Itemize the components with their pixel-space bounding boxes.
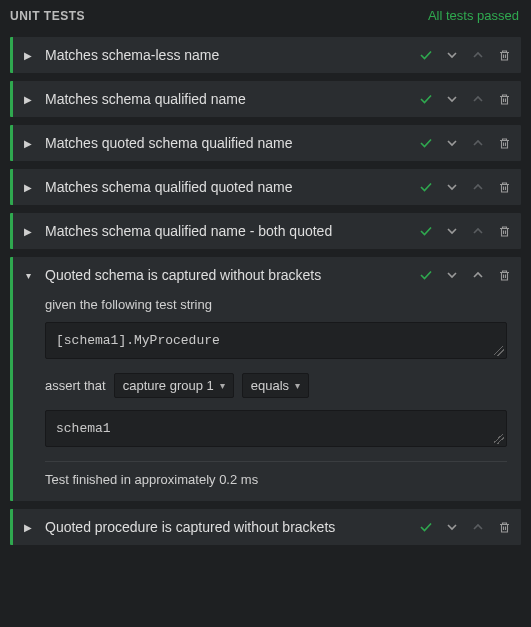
tests-list: ▶ Matches schema-less name ▶ Matches sch… — [0, 31, 531, 545]
check-icon — [419, 92, 433, 106]
test-body: given the following test string [schema1… — [13, 297, 521, 501]
test-row: ▶ Matches quoted schema qualified name — [10, 125, 521, 161]
divider — [45, 461, 507, 462]
triangle-right-icon: ▶ — [21, 226, 35, 237]
triangle-down-icon: ▾ — [21, 270, 35, 281]
test-actions — [419, 180, 511, 194]
test-row: ▶ Matches schema qualified name - both q… — [10, 213, 521, 249]
test-header[interactable]: ▶ Quoted procedure is captured without b… — [13, 509, 521, 545]
test-title: Quoted schema is captured without bracke… — [45, 267, 419, 283]
test-header[interactable]: ▶ Matches schema-less name — [13, 37, 521, 73]
test-actions — [419, 136, 511, 150]
test-header[interactable]: ▶ Matches schema qualified name — [13, 81, 521, 117]
assert-row: assert that capture group 1 ▾ equals ▾ — [45, 373, 507, 398]
chevron-down-icon[interactable] — [445, 92, 459, 106]
panel-header: UNIT TESTS All tests passed — [0, 0, 531, 31]
triangle-right-icon: ▶ — [21, 522, 35, 533]
test-header[interactable]: ▶ Matches schema qualified quoted name — [13, 169, 521, 205]
test-title: Matches schema qualified name — [45, 91, 419, 107]
chevron-up-icon[interactable] — [471, 180, 485, 194]
assert-subject-label: capture group 1 — [123, 378, 214, 393]
test-finished-text: Test finished in approximately 0.2 ms — [45, 472, 507, 489]
triangle-right-icon: ▶ — [21, 94, 35, 105]
check-icon — [419, 224, 433, 238]
trash-icon[interactable] — [497, 92, 511, 106]
chevron-down-icon: ▾ — [295, 380, 300, 391]
test-actions — [419, 92, 511, 106]
trash-icon[interactable] — [497, 180, 511, 194]
assert-operator-label: equals — [251, 378, 289, 393]
test-actions — [419, 520, 511, 534]
chevron-down-icon[interactable] — [445, 180, 459, 194]
assert-operator-selector[interactable]: equals ▾ — [242, 373, 309, 398]
test-row: ▶ Quoted procedure is captured without b… — [10, 509, 521, 545]
assert-subject-selector[interactable]: capture group 1 ▾ — [114, 373, 234, 398]
check-icon — [419, 48, 433, 62]
triangle-right-icon: ▶ — [21, 138, 35, 149]
test-row: ▶ Matches schema-less name — [10, 37, 521, 73]
panel-title: UNIT TESTS — [10, 9, 85, 23]
chevron-up-icon[interactable] — [471, 92, 485, 106]
given-label: given the following test string — [45, 297, 507, 312]
chevron-down-icon[interactable] — [445, 136, 459, 150]
check-icon — [419, 520, 433, 534]
chevron-up-icon[interactable] — [471, 520, 485, 534]
triangle-right-icon: ▶ — [21, 182, 35, 193]
test-title: Matches schema qualified name - both quo… — [45, 223, 419, 239]
chevron-down-icon: ▾ — [220, 380, 225, 391]
test-string-input[interactable]: [schema1].MyProcedure — [45, 322, 507, 359]
chevron-down-icon[interactable] — [445, 224, 459, 238]
test-actions — [419, 224, 511, 238]
chevron-up-icon[interactable] — [471, 48, 485, 62]
test-title: Matches quoted schema qualified name — [45, 135, 419, 151]
test-row: ▶ Matches schema qualified name — [10, 81, 521, 117]
trash-icon[interactable] — [497, 224, 511, 238]
trash-icon[interactable] — [497, 520, 511, 534]
trash-icon[interactable] — [497, 48, 511, 62]
check-icon — [419, 268, 433, 282]
chevron-up-icon[interactable] — [471, 224, 485, 238]
chevron-up-icon[interactable] — [471, 136, 485, 150]
test-title: Matches schema-less name — [45, 47, 419, 63]
test-title: Matches schema qualified quoted name — [45, 179, 419, 195]
unit-tests-panel: UNIT TESTS All tests passed ▶ Matches sc… — [0, 0, 531, 545]
test-header[interactable]: ▾ Quoted schema is captured without brac… — [13, 257, 521, 293]
assert-prefix: assert that — [45, 378, 106, 393]
trash-icon[interactable] — [497, 136, 511, 150]
test-title: Quoted procedure is captured without bra… — [45, 519, 419, 535]
test-header[interactable]: ▶ Matches quoted schema qualified name — [13, 125, 521, 161]
triangle-right-icon: ▶ — [21, 50, 35, 61]
panel-status: All tests passed — [428, 8, 519, 23]
chevron-down-icon[interactable] — [445, 268, 459, 282]
chevron-down-icon[interactable] — [445, 48, 459, 62]
check-icon — [419, 180, 433, 194]
test-row: ▾ Quoted schema is captured without brac… — [10, 257, 521, 501]
expected-value-input[interactable]: schema1 — [45, 410, 507, 447]
test-header[interactable]: ▶ Matches schema qualified name - both q… — [13, 213, 521, 249]
test-actions — [419, 268, 511, 282]
chevron-up-icon[interactable] — [471, 268, 485, 282]
trash-icon[interactable] — [497, 268, 511, 282]
test-row: ▶ Matches schema qualified quoted name — [10, 169, 521, 205]
check-icon — [419, 136, 433, 150]
chevron-down-icon[interactable] — [445, 520, 459, 534]
test-actions — [419, 48, 511, 62]
